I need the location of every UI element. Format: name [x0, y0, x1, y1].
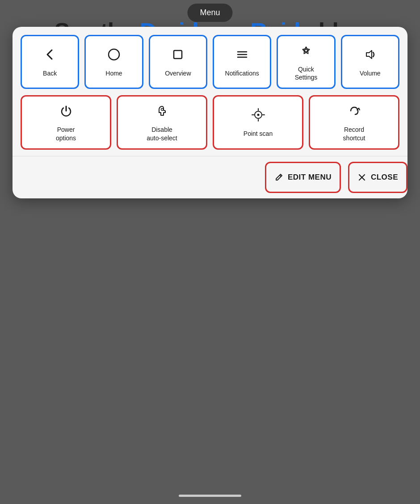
red-button-row: Power options Disable auto-select	[21, 95, 399, 149]
quick-settings-icon	[298, 42, 314, 61]
notifications-icon	[234, 46, 250, 65]
overview-label: Overview	[165, 69, 191, 77]
svg-point-0	[109, 49, 119, 60]
point-scan-button[interactable]: Point scan	[213, 95, 303, 149]
edit-menu-button[interactable]: EDIT MENU	[265, 162, 341, 193]
close-label: CLOSE	[371, 173, 398, 182]
quick-settings-label: Quick Settings	[295, 65, 318, 81]
back-icon	[42, 46, 58, 65]
point-scan-icon	[250, 107, 266, 125]
svg-marker-6	[366, 50, 372, 59]
close-button[interactable]: CLOSE	[348, 162, 407, 193]
home-indicator	[179, 495, 241, 497]
record-shortcut-icon	[346, 103, 362, 121]
point-scan-label: Point scan	[244, 130, 273, 138]
menu-pill-label: Menu	[200, 8, 220, 17]
action-buttons-area: EDIT MENU CLOSE	[265, 156, 407, 198]
quick-settings-button[interactable]: Quick Settings	[277, 35, 335, 89]
menu-pill[interactable]: Menu	[187, 4, 232, 22]
back-button[interactable]: Back	[21, 35, 79, 89]
record-shortcut-label: Record shortcut	[343, 126, 365, 142]
volume-button[interactable]: Volume	[341, 35, 399, 89]
home-label: Home	[105, 69, 122, 77]
disable-auto-select-button[interactable]: Disable auto-select	[117, 95, 207, 149]
edit-icon	[274, 173, 283, 182]
power-options-button[interactable]: Power options	[21, 95, 111, 149]
svg-point-7	[161, 109, 163, 111]
record-shortcut-button[interactable]: Record shortcut	[309, 95, 399, 149]
power-icon	[58, 103, 74, 121]
overview-button[interactable]: Overview	[149, 35, 207, 89]
home-button[interactable]: Home	[84, 35, 143, 89]
disable-auto-select-label: Disable auto-select	[147, 126, 177, 142]
close-icon	[357, 173, 366, 182]
action-bar: EDIT MENU CLOSE	[13, 156, 407, 198]
notifications-button[interactable]: Notifications	[213, 35, 271, 89]
edit-menu-label: EDIT MENU	[288, 173, 332, 182]
svg-rect-1	[174, 50, 182, 59]
overview-icon	[170, 46, 186, 65]
touch-icon	[154, 103, 170, 121]
volume-icon	[362, 46, 378, 65]
power-options-label: Power options	[56, 126, 76, 142]
accessibility-menu-popup: Back Home Overview	[13, 27, 407, 198]
svg-point-5	[305, 49, 307, 52]
notifications-label: Notifications	[225, 69, 259, 77]
home-icon	[106, 46, 122, 65]
volume-label: Volume	[360, 69, 381, 77]
back-label: Back	[43, 69, 57, 77]
svg-line-14	[280, 175, 281, 176]
blue-button-row: Back Home Overview	[21, 35, 399, 89]
svg-point-9	[257, 114, 259, 116]
